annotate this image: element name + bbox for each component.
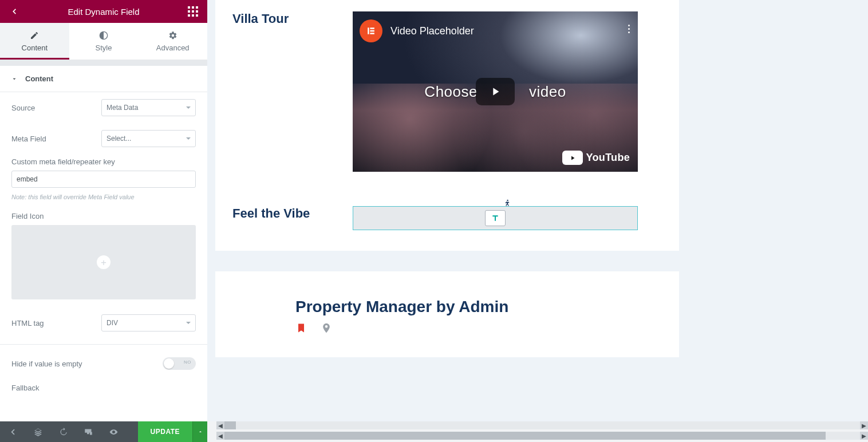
video-menu-button[interactable] [628, 23, 630, 35]
video-center-right: video [529, 83, 566, 101]
gear-icon [168, 31, 177, 40]
custom-key-label: Custom meta field/repeater key [11, 157, 196, 166]
history-icon [59, 428, 68, 436]
contrast-icon [99, 31, 108, 40]
tab-advanced[interactable]: Advanced [138, 23, 207, 60]
html-tag-select[interactable]: DIV [101, 314, 196, 332]
property-manager-heading: Property Manager by Admin [295, 298, 662, 316]
elementor-logo-icon [360, 19, 382, 42]
video-center-left: Choose [424, 83, 478, 101]
footer-history-button[interactable] [50, 421, 76, 442]
running-icon [503, 199, 511, 207]
panel-title: Edit Dynamic Field [23, 7, 184, 17]
control-field-icon: Field Icon [0, 208, 207, 220]
meta-field-label: Meta Field [11, 135, 101, 143]
devices-icon [84, 428, 93, 436]
source-label: Source [11, 104, 101, 112]
tab-style-label: Style [96, 44, 112, 52]
dynamic-field-widget[interactable] [353, 206, 638, 230]
footer-settings-button[interactable] [0, 421, 25, 442]
hide-if-empty-toggle[interactable]: NO [163, 357, 196, 370]
toggle-off-label: NO [184, 360, 191, 365]
hide-if-empty-label: Hide if value is empty [11, 360, 163, 368]
control-html-tag: HTML tag DIV [0, 307, 207, 338]
section-property-manager: Property Manager by Admin [215, 271, 679, 357]
control-fallback: Fallback [0, 377, 207, 399]
section-content-label: Content [25, 74, 53, 83]
scroll-left-button[interactable]: ◄ [216, 432, 224, 440]
property-manager-meta [295, 322, 662, 334]
youtube-label: YouTube [586, 152, 630, 164]
dynamic-field-icon [485, 210, 506, 226]
source-select[interactable]: Meta Data [101, 99, 196, 116]
field-icon-label: Field Icon [11, 212, 196, 220]
apps-icon [188, 6, 198, 17]
caret-down-icon [11, 76, 17, 82]
scroll-thumb[interactable] [224, 432, 826, 440]
panel-body: Content Source Meta Data Meta Field Sele… [0, 66, 207, 421]
panel-header: Edit Dynamic Field [0, 0, 207, 23]
update-group: UPDATE [138, 421, 207, 442]
footer-preview-button[interactable] [101, 421, 126, 442]
control-custom-key: Custom meta field/repeater key [0, 154, 207, 194]
play-icon [489, 85, 502, 98]
editor-canvas[interactable]: Villa Tour Video Placeholder Choose [207, 0, 868, 421]
tab-content[interactable]: Content [0, 23, 69, 60]
edit-handle-icon[interactable] [503, 199, 511, 208]
toggle-knob [164, 358, 174, 369]
location-pin-icon [321, 322, 332, 334]
custom-key-note: Note: this field will override Meta Fiel… [0, 194, 207, 208]
control-hide-if-empty: Hide if value is empty NO [0, 350, 207, 377]
back-button[interactable] [6, 7, 23, 15]
custom-key-input[interactable] [11, 171, 196, 188]
editor-panel: Edit Dynamic Field Content Style Advance… [0, 0, 207, 421]
bookmark-icon [295, 322, 307, 334]
panel-footer: UPDATE [0, 421, 207, 442]
tab-style[interactable]: Style [69, 23, 139, 60]
video-placeholder[interactable]: Video Placeholder Choose video YouTube [353, 11, 638, 172]
section-content-toggle[interactable]: Content [0, 66, 207, 92]
update-more-button[interactable] [192, 421, 207, 442]
text-field-icon [491, 214, 500, 223]
layers-icon [34, 428, 42, 436]
panel-tabs: Content Style Advanced [0, 23, 207, 60]
scroll-left-button[interactable]: ◄ [216, 421, 224, 429]
pencil-icon [30, 31, 39, 40]
canvas-hscroll-bottom[interactable]: ◄ ► [216, 432, 868, 440]
villa-tour-heading: Villa Tour [232, 11, 353, 26]
chevron-left-icon [9, 428, 17, 436]
video-header: Video Placeholder [360, 19, 474, 42]
field-icon-picker[interactable]: + [11, 225, 196, 299]
plus-icon: + [97, 255, 111, 269]
tab-content-label: Content [22, 44, 48, 52]
section-villa-vibe: Villa Tour Video Placeholder Choose [215, 0, 679, 251]
scroll-thumb[interactable] [224, 421, 236, 429]
footer-responsive-button[interactable] [76, 421, 101, 442]
canvas-hscroll-top[interactable]: ◄ ► [216, 421, 868, 429]
scroll-right-button[interactable]: ► [860, 432, 868, 440]
control-source: Source Meta Data [0, 92, 207, 123]
apps-button[interactable] [184, 6, 202, 17]
eye-icon [109, 428, 118, 436]
divider [0, 344, 207, 345]
tab-separator [0, 60, 207, 66]
video-play-button[interactable] [476, 78, 515, 105]
video-title: Video Placeholder [390, 25, 474, 37]
caret-up-icon [198, 429, 203, 434]
youtube-badge: YouTube [562, 151, 630, 165]
feel-the-vibe-heading: Feel the Vibe [232, 206, 353, 221]
control-meta-field: Meta Field Select... [0, 123, 207, 154]
meta-field-select[interactable]: Select... [101, 130, 196, 147]
scroll-right-button[interactable]: ► [860, 421, 868, 429]
footer-navigator-button[interactable] [25, 421, 50, 442]
update-button[interactable]: UPDATE [138, 421, 192, 442]
chevron-left-icon [10, 7, 18, 15]
youtube-icon [562, 151, 583, 165]
fallback-label: Fallback [11, 384, 196, 392]
html-tag-label: HTML tag [11, 319, 101, 327]
tab-advanced-label: Advanced [156, 44, 190, 52]
